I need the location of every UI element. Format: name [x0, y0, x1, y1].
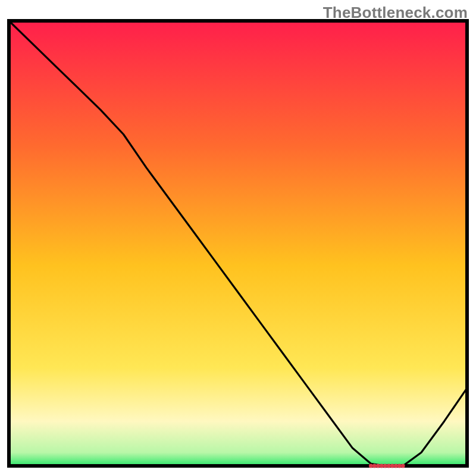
optimal-dot	[376, 464, 380, 468]
chart-stage: TheBottleneck.com	[0, 0, 476, 476]
optimal-dot	[383, 464, 387, 468]
optimal-dot	[380, 464, 384, 468]
optimal-dot	[397, 464, 402, 468]
optimal-dot	[401, 464, 405, 468]
optimal-dot	[387, 464, 391, 468]
watermark-text: TheBottleneck.com	[323, 4, 468, 22]
optimal-dot	[390, 464, 394, 468]
bottleneck-chart	[0, 0, 476, 476]
optimal-dot	[372, 464, 377, 468]
optimal-dot	[394, 464, 398, 468]
optimal-dot	[369, 464, 373, 468]
